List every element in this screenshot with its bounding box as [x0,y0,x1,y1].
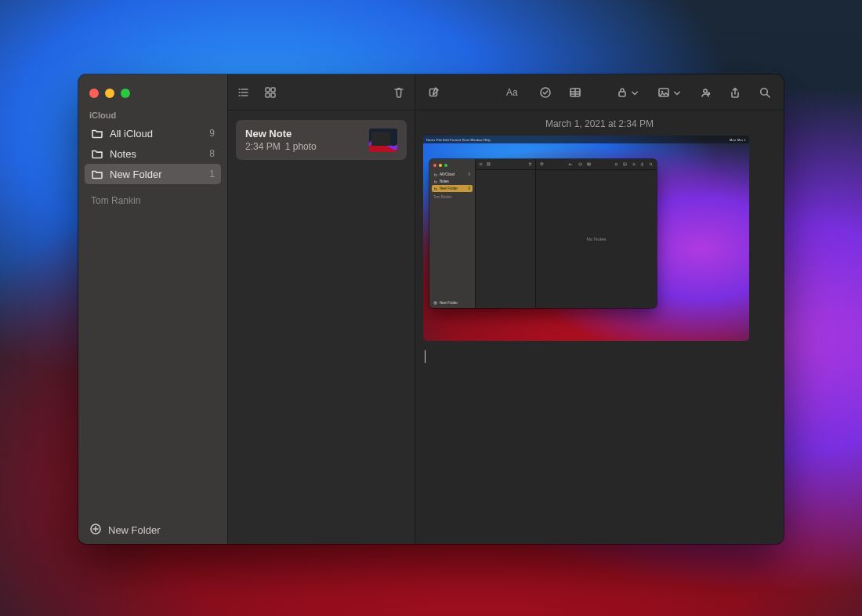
notes-list-column: New Note 2:34 PM1 photo [227,74,415,544]
sidebar-account-label: Tom Rankin [78,184,227,217]
table-button[interactable] [569,86,581,99]
list-toolbar [228,74,415,111]
sidebar-folder-list: All iCloud 9 Notes 8 New Folder 1 [78,123,227,184]
nested-menubar: Notes File Edit Format View Window Help … [423,136,749,143]
nested-sidebar-item: Notes [432,178,473,185]
sidebar-section-label: iCloud [78,111,227,123]
note-thumbnail [369,129,397,152]
new-folder-label: New Folder [108,524,160,536]
notes-app-window: iCloud All iCloud 9 Notes 8 New Folder 1… [78,74,784,544]
sidebar: iCloud All iCloud 9 Notes 8 New Folder 1… [78,74,227,544]
search-button[interactable] [759,86,771,99]
nested-editor: No Notes [536,159,657,308]
sidebar-item-count: 1 [209,168,215,179]
sidebar-item-new-folder[interactable]: New Folder 1 [85,164,221,184]
folder-icon [91,127,103,140]
nested-account-label: Tom Rankin [429,192,475,202]
sidebar-item-all-icloud[interactable]: All iCloud 9 [85,123,221,143]
nested-no-notes-label: No Notes [536,170,657,308]
chevron-down-icon [672,88,682,97]
plus-circle-icon [89,523,102,538]
nested-sidebar: All iCloud 9 Notes New Folder 0 [429,159,475,308]
minimize-button[interactable] [105,89,114,98]
media-button[interactable] [657,86,682,99]
chevron-down-icon [630,88,639,97]
nested-notes-window: All iCloud 9 Notes New Folder 0 [429,159,657,308]
sidebar-item-count: 9 [209,128,215,139]
nested-menubar-left: Notes File Edit Format View Window Help [426,138,491,142]
format-button[interactable] [506,86,522,99]
new-folder-button[interactable]: New Folder [78,516,227,544]
gallery-view-button[interactable] [264,86,277,99]
nested-new-folder-button: New Folder [433,301,458,305]
delete-note-button[interactable] [393,86,405,99]
note-time: 2:34 PM [245,141,281,152]
editor-toolbar [415,74,784,111]
sidebar-item-label: All iCloud [110,128,203,140]
window-controls [78,85,227,111]
sidebar-item-label: New Folder [110,168,203,180]
nested-sidebar-item: All iCloud 9 [432,171,473,178]
editor-column: March 1, 2021 at 2:34 PM Notes File Edit… [415,74,784,544]
sidebar-item-count: 8 [209,148,215,159]
sidebar-item-notes[interactable]: Notes 8 [85,143,221,164]
nested-notes-list [475,159,536,308]
nested-window-controls [429,163,475,171]
sidebar-item-label: Notes [110,148,203,160]
folder-icon [91,168,103,180]
folder-icon [91,147,103,160]
share-button[interactable] [729,86,741,99]
text-cursor [425,350,426,363]
list-view-button[interactable] [237,86,250,99]
collaborate-button[interactable] [699,86,712,99]
note-list-item[interactable]: New Note 2:34 PM1 photo [236,120,407,160]
svg-rect-19 [371,132,390,146]
nested-sidebar-item: New Folder 0 [432,185,473,192]
compose-button[interactable] [428,86,440,99]
embedded-screenshot[interactable]: Notes File Edit Format View Window Help … [423,136,749,341]
lock-button[interactable] [616,86,639,99]
notes-list: New Note 2:34 PM1 photo [228,111,415,169]
close-button[interactable] [89,89,99,98]
note-photo-count: 1 photo [285,141,317,152]
nested-menubar-right: Mon Mar 1 [730,138,746,142]
checklist-button[interactable] [539,86,552,99]
note-date: March 1, 2021 at 2:34 PM [415,111,784,136]
note-body[interactable]: Notes File Edit Format View Window Help … [415,136,784,544]
fullscreen-button[interactable] [121,89,130,98]
note-meta: 2:34 PM1 photo [245,141,361,152]
note-title: New Note [245,128,361,140]
